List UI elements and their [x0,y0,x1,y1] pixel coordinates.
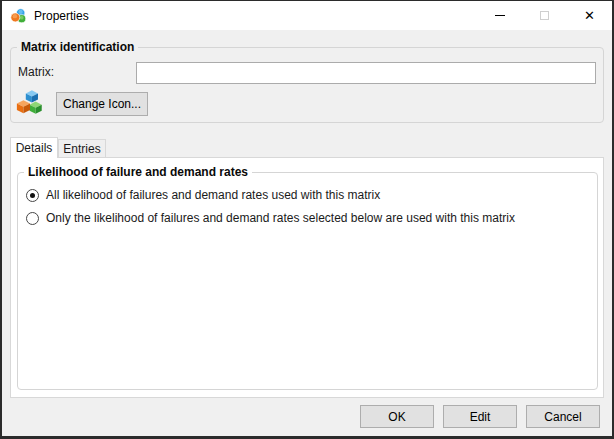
tab-entries[interactable]: Entries [58,139,106,158]
matrix-label: Matrix: [18,65,54,79]
details-tab-page: Likelihood of failure and demand rates A… [10,157,604,398]
matrix-cubes-icon [15,88,45,118]
ok-button[interactable]: OK [360,405,434,428]
maximize-button [522,1,567,30]
titlebar-controls: ✕ [477,1,612,30]
close-icon: ✕ [584,9,595,22]
close-button[interactable]: ✕ [567,1,612,30]
likelihood-group: Likelihood of failure and demand rates A… [17,172,598,390]
likelihood-group-legend: Likelihood of failure and demand rates [24,165,252,179]
app-spheres-icon [10,7,27,24]
minimize-button[interactable] [477,1,522,30]
titlebar[interactable]: Properties ✕ [2,1,612,30]
cancel-button[interactable]: Cancel [526,405,600,428]
minimize-icon [495,15,505,16]
properties-dialog: Properties ✕ Matrix identification Matri… [0,0,614,439]
change-icon-button[interactable]: Change Icon... [56,92,148,116]
radio-only-selected-icon[interactable] [26,212,39,225]
maximize-icon [540,11,549,20]
radio-option-all[interactable]: All likelihood of failures and demand ra… [26,188,380,202]
matrix-group-legend: Matrix identification [17,40,138,54]
radio-option-only-selected[interactable]: Only the likelihood of failures and dema… [26,211,515,225]
window-title: Properties [34,9,89,23]
footer-button-row: OK Edit Cancel [360,405,600,428]
tab-details[interactable]: Details [10,137,58,158]
matrix-name-input[interactable] [136,62,596,84]
radio-all-icon[interactable] [26,189,39,202]
edit-button[interactable]: Edit [443,405,517,428]
radio-all-label: All likelihood of failures and demand ra… [46,188,380,202]
matrix-identification-group: Matrix identification Matrix: Change Ico… [10,47,604,123]
radio-only-selected-label: Only the likelihood of failures and dema… [46,211,515,225]
